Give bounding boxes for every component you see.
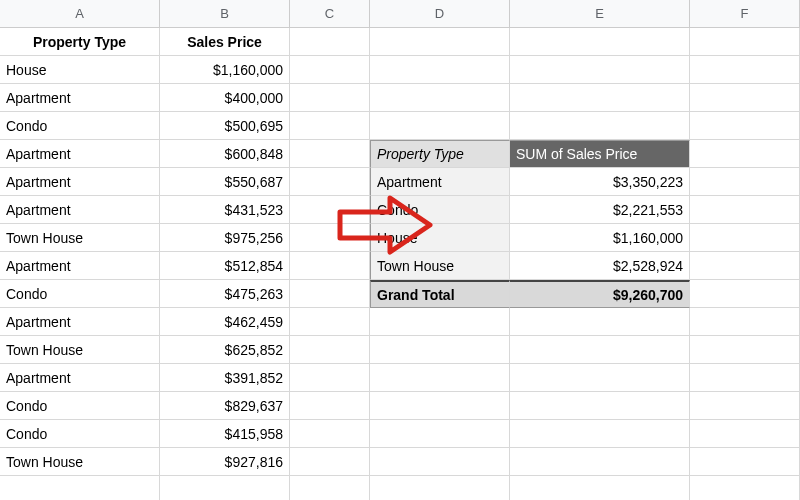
cell-2-4[interactable]: [510, 56, 690, 84]
col-header-A[interactable]: A: [0, 0, 160, 28]
data-type-2[interactable]: House: [0, 56, 160, 84]
data-price-2[interactable]: $1,160,000: [160, 56, 290, 84]
col-header-D[interactable]: D: [370, 0, 510, 28]
cell-16-2[interactable]: [290, 448, 370, 476]
cell-13-3[interactable]: [370, 364, 510, 392]
cell-11-3[interactable]: [370, 308, 510, 336]
data-price-14[interactable]: $829,637: [160, 392, 290, 420]
data-type-5[interactable]: Apartment: [0, 140, 160, 168]
pivot-total-label[interactable]: Grand Total: [370, 280, 510, 308]
cell-14-4[interactable]: [510, 392, 690, 420]
cell-10-2[interactable]: [290, 280, 370, 308]
cell-11-2[interactable]: [290, 308, 370, 336]
cell-10-5[interactable]: [690, 280, 800, 308]
data-price-6[interactable]: $550,687: [160, 168, 290, 196]
cell-14-2[interactable]: [290, 392, 370, 420]
cell-3-4[interactable]: [510, 84, 690, 112]
col-header-B[interactable]: B: [160, 0, 290, 28]
cell-12-4[interactable]: [510, 336, 690, 364]
cell-15-2[interactable]: [290, 420, 370, 448]
cell-8-5[interactable]: [690, 224, 800, 252]
cell-17-5[interactable]: [690, 476, 800, 500]
cell-13-4[interactable]: [510, 364, 690, 392]
cell-7-5[interactable]: [690, 196, 800, 224]
cell-1-3[interactable]: [370, 28, 510, 56]
pivot-header-left[interactable]: Property Type: [370, 140, 510, 168]
cell-1-2[interactable]: [290, 28, 370, 56]
cell-13-5[interactable]: [690, 364, 800, 392]
cell-3-5[interactable]: [690, 84, 800, 112]
header-sales-price[interactable]: Sales Price: [160, 28, 290, 56]
cell-7-2[interactable]: [290, 196, 370, 224]
data-price-10[interactable]: $475,263: [160, 280, 290, 308]
cell-6-5[interactable]: [690, 168, 800, 196]
col-header-C[interactable]: C: [290, 0, 370, 28]
data-price-3[interactable]: $400,000: [160, 84, 290, 112]
cell-15-5[interactable]: [690, 420, 800, 448]
cell-2-2[interactable]: [290, 56, 370, 84]
cell-9-2[interactable]: [290, 252, 370, 280]
cell-12-2[interactable]: [290, 336, 370, 364]
cell-4-3[interactable]: [370, 112, 510, 140]
cell-15-3[interactable]: [370, 420, 510, 448]
cell-1-4[interactable]: [510, 28, 690, 56]
cell-11-4[interactable]: [510, 308, 690, 336]
pivot-label-0[interactable]: Apartment: [370, 168, 510, 196]
cell-5-2[interactable]: [290, 140, 370, 168]
data-price-15[interactable]: $415,958: [160, 420, 290, 448]
data-price-5[interactable]: $600,848: [160, 140, 290, 168]
cell-12-5[interactable]: [690, 336, 800, 364]
pivot-label-3[interactable]: Town House: [370, 252, 510, 280]
cell-11-5[interactable]: [690, 308, 800, 336]
data-type-11[interactable]: Apartment: [0, 308, 160, 336]
cell-17-0[interactable]: [0, 476, 160, 500]
cell-16-5[interactable]: [690, 448, 800, 476]
data-price-8[interactable]: $975,256: [160, 224, 290, 252]
cell-16-3[interactable]: [370, 448, 510, 476]
pivot-label-2[interactable]: House: [370, 224, 510, 252]
pivot-value-1[interactable]: $2,221,553: [510, 196, 690, 224]
data-type-4[interactable]: Condo: [0, 112, 160, 140]
cell-2-5[interactable]: [690, 56, 800, 84]
spreadsheet-grid[interactable]: ABCDEFProperty TypeSales PriceHouse$1,16…: [0, 0, 800, 500]
data-price-11[interactable]: $462,459: [160, 308, 290, 336]
cell-12-3[interactable]: [370, 336, 510, 364]
cell-13-2[interactable]: [290, 364, 370, 392]
cell-17-4[interactable]: [510, 476, 690, 500]
col-header-E[interactable]: E: [510, 0, 690, 28]
pivot-value-2[interactable]: $1,160,000: [510, 224, 690, 252]
data-type-7[interactable]: Apartment: [0, 196, 160, 224]
cell-6-2[interactable]: [290, 168, 370, 196]
data-type-14[interactable]: Condo: [0, 392, 160, 420]
data-type-15[interactable]: Condo: [0, 420, 160, 448]
cell-3-2[interactable]: [290, 84, 370, 112]
cell-4-2[interactable]: [290, 112, 370, 140]
pivot-value-0[interactable]: $3,350,223: [510, 168, 690, 196]
data-type-6[interactable]: Apartment: [0, 168, 160, 196]
pivot-value-3[interactable]: $2,528,924: [510, 252, 690, 280]
cell-14-5[interactable]: [690, 392, 800, 420]
cell-3-3[interactable]: [370, 84, 510, 112]
cell-17-2[interactable]: [290, 476, 370, 500]
pivot-total-value[interactable]: $9,260,700: [510, 280, 690, 308]
header-property-type[interactable]: Property Type: [0, 28, 160, 56]
data-price-9[interactable]: $512,854: [160, 252, 290, 280]
data-type-8[interactable]: Town House: [0, 224, 160, 252]
data-price-16[interactable]: $927,816: [160, 448, 290, 476]
data-type-13[interactable]: Apartment: [0, 364, 160, 392]
data-type-16[interactable]: Town House: [0, 448, 160, 476]
cell-8-2[interactable]: [290, 224, 370, 252]
data-price-13[interactable]: $391,852: [160, 364, 290, 392]
cell-15-4[interactable]: [510, 420, 690, 448]
data-price-12[interactable]: $625,852: [160, 336, 290, 364]
data-type-9[interactable]: Apartment: [0, 252, 160, 280]
cell-16-4[interactable]: [510, 448, 690, 476]
cell-17-1[interactable]: [160, 476, 290, 500]
pivot-label-1[interactable]: Condo: [370, 196, 510, 224]
cell-1-5[interactable]: [690, 28, 800, 56]
data-price-4[interactable]: $500,695: [160, 112, 290, 140]
cell-14-3[interactable]: [370, 392, 510, 420]
data-type-3[interactable]: Apartment: [0, 84, 160, 112]
data-price-7[interactable]: $431,523: [160, 196, 290, 224]
data-type-10[interactable]: Condo: [0, 280, 160, 308]
